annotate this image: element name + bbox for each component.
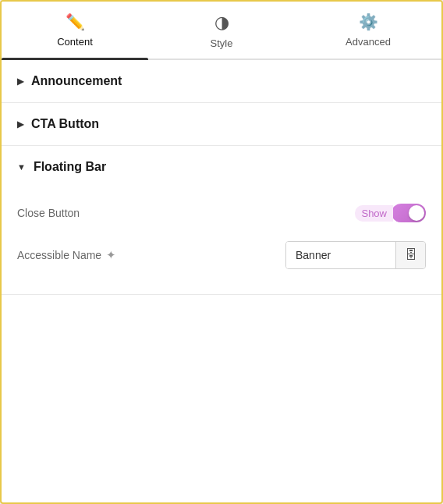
floating-bar-title: Floating Bar xyxy=(34,160,106,174)
announcement-section-header[interactable]: ▶ Announcement xyxy=(2,60,441,102)
close-button-toggle-wrapper: Show xyxy=(355,204,426,222)
database-icon-button[interactable]: 🗄 xyxy=(395,242,425,268)
circle-half-icon: ◑ xyxy=(214,12,229,33)
cta-button-chevron: ▶ xyxy=(17,119,23,130)
toggle-knob xyxy=(409,205,424,221)
close-button-label: Close Button xyxy=(17,207,80,219)
floating-bar-section: ▼ Floating Bar Close Button Show Accessi… xyxy=(2,146,441,295)
tab-style-label: Style xyxy=(211,37,233,49)
accessible-name-input-group: 🗄 xyxy=(285,241,426,269)
accessible-name-row: Accessible Name ✦ 🗄 xyxy=(17,232,426,279)
announcement-section: ▶ Announcement xyxy=(2,60,441,103)
tab-content[interactable]: ✏️ Content xyxy=(2,2,148,59)
tab-style[interactable]: ◑ Style xyxy=(148,2,295,59)
gear-icon: ⚙️ xyxy=(359,12,378,31)
cta-button-section: ▶ CTA Button xyxy=(2,103,441,146)
announcement-chevron: ▶ xyxy=(17,76,23,87)
accessible-name-label: Accessible Name ✦ xyxy=(17,248,116,262)
floating-bar-section-header[interactable]: ▼ Floating Bar xyxy=(2,146,441,188)
announcement-title: Announcement xyxy=(31,74,122,88)
floating-bar-content: Close Button Show Accessible Name ✦ xyxy=(2,188,441,294)
accessible-name-input[interactable] xyxy=(286,242,395,268)
tab-content-label: Content xyxy=(57,36,93,48)
sparkle-icon: ✦ xyxy=(106,248,116,262)
close-button-row: Close Button Show xyxy=(17,194,426,232)
tab-advanced-label: Advanced xyxy=(346,36,391,48)
toggle-show-label: Show xyxy=(355,205,393,222)
cta-button-title: CTA Button xyxy=(31,117,99,131)
database-icon: 🗄 xyxy=(405,248,417,262)
floating-bar-chevron: ▼ xyxy=(17,162,26,172)
pencil-icon: ✏️ xyxy=(66,12,85,31)
panel: ✏️ Content ◑ Style ⚙️ Advanced ▶ Announc… xyxy=(0,0,443,504)
cta-button-section-header[interactable]: ▶ CTA Button xyxy=(2,103,441,145)
tab-advanced[interactable]: ⚙️ Advanced xyxy=(295,2,441,59)
close-button-toggle[interactable] xyxy=(392,204,426,222)
tabs: ✏️ Content ◑ Style ⚙️ Advanced xyxy=(2,2,441,60)
